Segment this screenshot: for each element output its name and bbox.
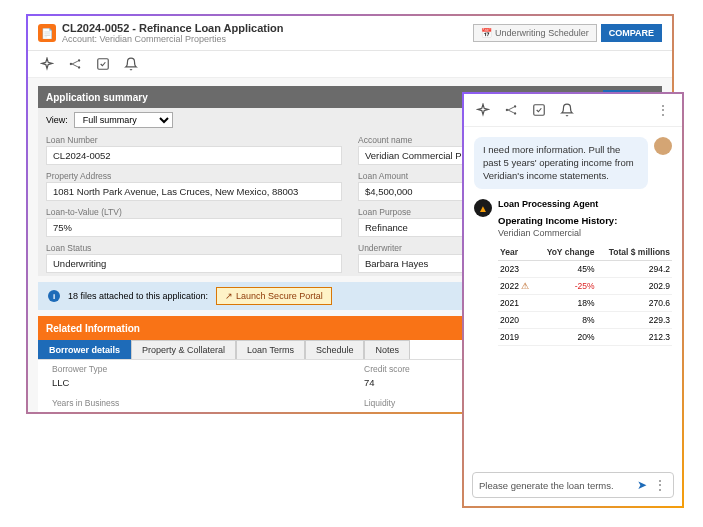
- table-row: 2022 ⚠-25%202.9: [498, 278, 672, 295]
- col-total: Total $ millions: [597, 244, 673, 261]
- external-link-icon: ↗: [225, 291, 233, 301]
- cell-yoy: 20%: [537, 329, 597, 346]
- tab-borrower-details[interactable]: Borrower details: [38, 340, 131, 359]
- cell-year: 2021: [498, 295, 537, 312]
- svg-point-2: [78, 66, 80, 68]
- sparkle-icon[interactable]: [40, 57, 54, 71]
- years-business-value: 26: [52, 409, 336, 414]
- svg-point-4: [506, 109, 508, 111]
- more-menu-icon[interactable]: ⋮: [656, 102, 670, 118]
- svg-point-1: [78, 59, 80, 61]
- agent-response-subtitle: Veridian Commercial: [498, 228, 672, 238]
- tab-schedule[interactable]: Schedule: [305, 340, 365, 359]
- input-more-icon[interactable]: ⋮: [653, 477, 667, 493]
- calendar-icon: 📅: [481, 28, 492, 38]
- years-business-label: Years in Business: [52, 398, 336, 408]
- tab-property-collateral[interactable]: Property & Collateral: [131, 340, 236, 359]
- table-row: 201920%212.3: [498, 329, 672, 346]
- svg-point-0: [70, 63, 72, 65]
- check-icon[interactable]: [532, 103, 546, 117]
- check-icon[interactable]: [96, 57, 110, 71]
- user-message: I need more information. Pull the past 5…: [474, 137, 672, 189]
- cell-total: 202.9: [597, 278, 673, 295]
- status-value: Underwriting: [46, 254, 342, 273]
- bell-icon[interactable]: [560, 103, 574, 117]
- income-table-body: 202345%294.22022 ⚠-25%202.9202118%270.62…: [498, 261, 672, 346]
- agent-message: ▲ Loan Processing Agent Operating Income…: [474, 199, 672, 346]
- agent-response-title: Operating Income History:: [498, 215, 672, 226]
- warning-icon: ⚠: [521, 281, 529, 291]
- agent-card: Loan Processing Agent Operating Income H…: [498, 199, 672, 346]
- chat-input[interactable]: [479, 480, 631, 491]
- cell-total: 212.3: [597, 329, 673, 346]
- chat-panel: ⋮ I need more information. Pull the past…: [462, 92, 684, 508]
- borrower-type-value: LLC: [52, 375, 336, 390]
- cell-year: 2022 ⚠: [498, 278, 537, 295]
- files-text: 18 files attached to this application:: [68, 291, 208, 301]
- borrower-type-label: Borrower Type: [52, 364, 336, 374]
- page-subtitle: Account: Veridian Commercial Properties: [62, 34, 469, 44]
- header-text: CL2024-0052 - Refinance Loan Application…: [62, 22, 469, 44]
- svg-point-6: [514, 112, 516, 114]
- chat-input-row: ➤ ⋮: [472, 472, 674, 498]
- tab-notes[interactable]: Notes: [364, 340, 410, 359]
- cell-yoy: 18%: [537, 295, 597, 312]
- table-row: 202118%270.6: [498, 295, 672, 312]
- user-bubble: I need more information. Pull the past 5…: [474, 137, 648, 189]
- cell-yoy: 8%: [537, 312, 597, 329]
- cell-total: 294.2: [597, 261, 673, 278]
- loan-number-label: Loan Number: [46, 135, 342, 145]
- nodes-icon[interactable]: [68, 57, 82, 71]
- bell-icon[interactable]: [124, 57, 138, 71]
- view-label: View:: [46, 115, 68, 125]
- address-label: Property Address: [46, 171, 342, 181]
- header-bar: 📄 CL2024-0052 - Refinance Loan Applicati…: [28, 16, 672, 51]
- table-row: 202345%294.2: [498, 261, 672, 278]
- document-icon: 📄: [38, 24, 56, 42]
- cell-year: 2023: [498, 261, 537, 278]
- cell-year: 2020: [498, 312, 537, 329]
- address-value: 1081 North Park Avenue, Las Cruces, New …: [46, 182, 342, 201]
- svg-rect-7: [534, 105, 545, 116]
- toolbar: [28, 51, 672, 78]
- svg-rect-3: [98, 59, 109, 70]
- loan-number-value: CL2024-0052: [46, 146, 342, 165]
- ltv-label: Loan-to-Value (LTV): [46, 207, 342, 217]
- page-title: CL2024-0052 - Refinance Loan Application: [62, 22, 469, 34]
- cell-total: 270.6: [597, 295, 673, 312]
- underwriting-scheduler-button[interactable]: 📅Underwriting Scheduler: [473, 24, 597, 42]
- info-icon: i: [48, 290, 60, 302]
- tab-loan-terms[interactable]: Loan Terms: [236, 340, 305, 359]
- agent-avatar: ▲: [474, 199, 492, 217]
- send-icon[interactable]: ➤: [637, 478, 647, 492]
- chat-toolbar: ⋮: [464, 94, 682, 127]
- table-row: 20208%229.3: [498, 312, 672, 329]
- ltv-value: 75%: [46, 218, 342, 237]
- user-avatar: [654, 137, 672, 155]
- col-yoy: YoY change: [537, 244, 597, 261]
- related-heading: Related Information: [46, 323, 140, 334]
- cell-year: 2019: [498, 329, 537, 346]
- status-label: Loan Status: [46, 243, 342, 253]
- cell-yoy: 45%: [537, 261, 597, 278]
- view-select[interactable]: Full summary: [74, 112, 173, 128]
- nodes-icon[interactable]: [504, 103, 518, 117]
- sparkle-icon[interactable]: [476, 103, 490, 117]
- svg-point-5: [514, 105, 516, 107]
- summary-heading: Application summary: [46, 92, 148, 103]
- cell-total: 229.3: [597, 312, 673, 329]
- chat-body: I need more information. Pull the past 5…: [464, 127, 682, 464]
- compare-button[interactable]: COMPARE: [601, 24, 662, 42]
- income-table: Year YoY change Total $ millions 202345%…: [498, 244, 672, 346]
- agent-name: Loan Processing Agent: [498, 199, 672, 209]
- col-year: Year: [498, 244, 537, 261]
- cell-yoy: -25%: [537, 278, 597, 295]
- launch-portal-button[interactable]: ↗Launch Secure Portal: [216, 287, 332, 305]
